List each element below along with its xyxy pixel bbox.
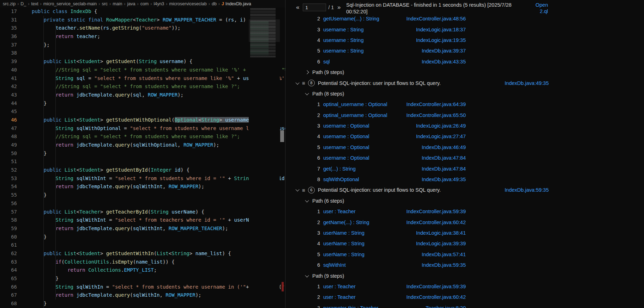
line-number[interactable]: 37	[0, 41, 32, 49]
code-line[interactable]: 67 return jdbcTemplate.query(sqlWithIn, …	[0, 291, 285, 300]
next-page-button[interactable]: »	[336, 4, 342, 11]
breadcrumb-item[interactable]: microserviceseclab	[169, 1, 206, 6]
breadcrumb-item[interactable]: java	[127, 1, 136, 6]
scrollbar-thumb[interactable]	[280, 130, 284, 142]
line-number[interactable]: 60	[0, 233, 32, 241]
result-step-row[interactable]: 3parameter this : TeacherTeacher.java:8:…	[285, 303, 644, 308]
code-line[interactable]: 45	[0, 107, 285, 116]
line-number[interactable]: 48	[0, 133, 32, 141]
page-number-input[interactable]: 1	[303, 4, 326, 11]
result-step-row[interactable]: 6username : OptionalIndexDb.java:47:84	[285, 153, 644, 163]
code-line[interactable]: 65 }	[0, 275, 285, 283]
code-line[interactable]: 43 return jdbcTemplate.query(sql, ROW_MA…	[0, 91, 285, 99]
step-name-link[interactable]: username : Optional	[323, 144, 369, 150]
code-line[interactable]: 39 public List<Student> getStudent(Strin…	[0, 57, 285, 66]
line-number[interactable]: 59	[0, 224, 32, 233]
step-location-link[interactable]: IndexDb.java:47:84	[422, 166, 466, 172]
line-number[interactable]: 45	[0, 107, 32, 116]
code-line[interactable]: 37 };	[0, 41, 285, 49]
code-line[interactable]: 42 //String sql = "select * from student…	[0, 82, 285, 91]
code-line[interactable]: 36 return teacher;	[0, 32, 285, 41]
minimap[interactable]	[249, 7, 280, 308]
step-location-link[interactable]: IndexLogic.java:19:35	[416, 37, 466, 43]
chevron-down-icon[interactable]	[295, 187, 299, 191]
step-name-link[interactable]: username : Optional	[323, 155, 369, 161]
step-name-link[interactable]: userName : String	[323, 241, 365, 246]
code-line[interactable]: 38	[0, 49, 285, 57]
line-number[interactable]: 53	[0, 174, 32, 183]
step-name-link[interactable]: userName : String	[323, 230, 365, 236]
chevron-down-icon[interactable]	[295, 80, 299, 84]
breadcrumb-item[interactable]: src.zip	[3, 1, 16, 6]
path-row[interactable]: Path (9 steps)	[285, 67, 644, 78]
line-number[interactable]: 41	[0, 74, 32, 83]
code-line[interactable]: 62 public List<Student> getStudentWithIn…	[0, 250, 285, 258]
line-number[interactable]: 38	[0, 49, 32, 57]
step-name-link[interactable]: user : Teacher	[323, 284, 356, 289]
step-location-link[interactable]: IndexController.java:59:39	[407, 284, 466, 289]
step-name-link[interactable]: userName : String	[323, 252, 365, 257]
step-location-link[interactable]: IndexDb.java:47:84	[422, 155, 466, 161]
result-step-row[interactable]: 5username : StringIndexDb.java:39:37	[285, 45, 644, 56]
result-step-row[interactable]: 3username : OptionalIndexLogic.java:26:4…	[285, 121, 644, 131]
step-location-link[interactable]: IndexDb.java:59:35	[422, 262, 466, 268]
result-step-row[interactable]: 3userName : StringIndexLogic.java:38:41	[285, 228, 644, 238]
step-name-link[interactable]: getName(...) : String	[323, 220, 369, 225]
line-number[interactable]: 64	[0, 266, 32, 275]
chevron-right-icon[interactable]	[305, 70, 309, 74]
step-location-link[interactable]: IndexLogic.java:38:41	[416, 230, 466, 236]
result-step-row[interactable]: 1user : TeacherIndexController.java:59:3…	[285, 206, 644, 217]
code-line[interactable]: 52 public List<Student> getStudentById(I…	[0, 166, 285, 174]
line-number[interactable]: 56	[0, 199, 32, 208]
breadcrumb-item[interactable]: micro_service_seclab-main	[43, 1, 97, 6]
line-number[interactable]: 61	[0, 241, 32, 250]
breadcrumb-item[interactable]: main	[113, 1, 122, 6]
step-location-link[interactable]: IndexDb.java:49:35	[422, 177, 466, 182]
result-step-row[interactable]: 2user : TeacherIndexController.java:60:4…	[285, 292, 644, 302]
code-line[interactable]: 51	[0, 158, 285, 166]
line-number[interactable]: 42	[0, 82, 32, 91]
code-line[interactable]: 50 }	[0, 149, 285, 158]
step-name-link[interactable]: optinal_username : Optional	[323, 112, 387, 118]
line-number[interactable]: 65	[0, 275, 32, 283]
result-step-row[interactable]: 2getName(...) : StringIndexController.ja…	[285, 217, 644, 227]
code-line[interactable]: 49 return jdbcTemplate.query(sqlWithOpti…	[0, 141, 285, 149]
result-step-row[interactable]: 4username : OptionalIndexLogic.java:27:4…	[285, 131, 644, 142]
line-number[interactable]: 58	[0, 216, 32, 224]
step-name-link[interactable]: get(...) : String	[323, 166, 356, 172]
step-location-link[interactable]: IndexLogic.java:26:49	[416, 123, 466, 129]
line-number[interactable]: 55	[0, 191, 32, 199]
step-name-link[interactable]: parameter this : Teacher	[323, 305, 378, 308]
code-line[interactable]: 61	[0, 241, 285, 250]
step-name-link[interactable]: username : Optional	[323, 134, 369, 139]
line-number[interactable]: 52	[0, 166, 32, 174]
path-row[interactable]: Path (8 steps)	[285, 88, 644, 99]
breadcrumb-item[interactable]: com	[140, 1, 149, 6]
line-number[interactable]: 54	[0, 183, 32, 191]
result-step-row[interactable]: 8sqlWithOptionalIndexDb.java:49:35	[285, 174, 644, 185]
step-name-link[interactable]: user : Teacher	[323, 294, 356, 300]
alert-row[interactable]: ≡6Potential SQL-injection: user input fl…	[285, 185, 644, 195]
line-number[interactable]: 57	[0, 208, 32, 216]
step-name-link[interactable]: username : Optional	[323, 123, 369, 129]
step-location-link[interactable]: IndexController.java:48:56	[407, 16, 466, 21]
line-number[interactable]: 49	[0, 141, 32, 149]
line-number[interactable]: 67	[0, 291, 32, 300]
line-number[interactable]: 63	[0, 258, 32, 266]
line-number[interactable]: 35	[0, 24, 32, 32]
chevron-down-icon[interactable]	[305, 198, 309, 202]
line-number[interactable]: 43	[0, 91, 32, 99]
line-number[interactable]: 66	[0, 283, 32, 291]
result-step-row[interactable]: 2optinal_username : OptionalIndexControl…	[285, 110, 644, 121]
line-number[interactable]: 46	[0, 116, 32, 124]
step-location-link[interactable]: IndexDb.java:39:37	[422, 48, 466, 54]
minimap-slider[interactable]	[249, 19, 280, 42]
code-line[interactable]: 54 return jdbcTemplate.query(sqlWithInt,…	[0, 183, 285, 191]
step-location-link[interactable]: IndexController.java:64:39	[407, 101, 466, 107]
result-step-row[interactable]: 4username : StringIndexLogic.java:19:35	[285, 35, 644, 45]
line-number[interactable]: 47	[0, 124, 32, 133]
alert-location-link[interactable]: IndexDb.java:49:35	[505, 80, 549, 86]
previous-page-button[interactable]: «	[295, 4, 301, 11]
step-name-link[interactable]: user : Teacher	[323, 209, 356, 214]
code-line[interactable]: 66 String sqlWithIn = "select * from stu…	[0, 283, 285, 291]
